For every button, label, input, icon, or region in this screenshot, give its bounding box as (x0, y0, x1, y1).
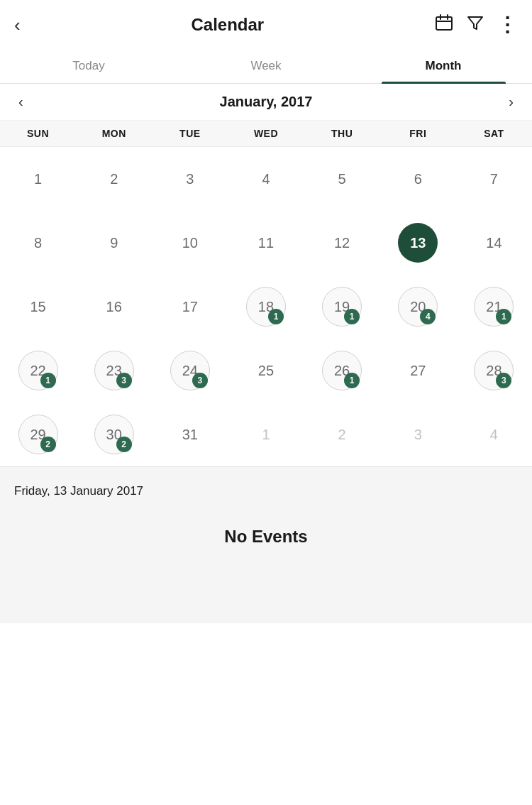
day-number: 6 (414, 171, 422, 187)
day-number: 4 (262, 171, 270, 187)
tab-today[interactable]: Today (0, 49, 177, 83)
day-circle[interactable]: 7 (474, 159, 514, 199)
day-circle[interactable]: 181 (246, 287, 286, 327)
calendar-cell[interactable]: 221 (0, 339, 76, 402)
day-circle[interactable]: 5 (322, 159, 362, 199)
day-circle[interactable]: 4 (474, 415, 514, 454)
calendar-cell[interactable]: 4 (228, 147, 304, 211)
calendar-cell[interactable]: 9 (76, 211, 152, 275)
calendar-cell[interactable]: 10 (152, 211, 228, 275)
day-number: 2 (110, 171, 118, 187)
day-number: 10 (182, 235, 198, 251)
day-circle[interactable]: 221 (18, 351, 58, 390)
next-month-button[interactable]: › (501, 91, 521, 113)
calendar-cell[interactable]: 1 (228, 402, 304, 466)
calendar-cell[interactable]: 191 (304, 275, 380, 339)
day-circle[interactable]: 27 (398, 351, 438, 390)
day-circle[interactable]: 292 (18, 415, 58, 454)
calendar-cell[interactable]: 15 (0, 275, 76, 339)
calendar-cell[interactable]: 3 (152, 147, 228, 211)
event-badge: 2 (40, 437, 56, 452)
back-button[interactable]: ‹ (14, 16, 21, 34)
day-circle[interactable]: 204 (398, 287, 438, 327)
calendar-cell[interactable]: 13 (380, 211, 456, 275)
day-number: 2 (338, 427, 346, 443)
view-tabs: Today Week Month (0, 49, 532, 84)
calendar-cell[interactable]: 3 (380, 402, 456, 466)
month-title: January, 2017 (31, 94, 502, 110)
day-circle[interactable]: 1 (246, 415, 286, 454)
day-circle[interactable]: 2 (94, 159, 134, 199)
day-header-wed: WED (228, 128, 304, 139)
day-circle[interactable]: 11 (246, 223, 286, 263)
day-circle[interactable]: 1 (18, 159, 58, 199)
day-header-fri: FRI (380, 128, 456, 139)
day-circle[interactable]: 15 (18, 287, 58, 327)
day-circle[interactable]: 211 (474, 287, 514, 327)
day-circle[interactable]: 16 (94, 287, 134, 327)
calendar-cell[interactable]: 204 (380, 275, 456, 339)
day-number: 17 (182, 299, 198, 315)
day-header-sat: SAT (456, 128, 532, 139)
calendar-cell[interactable]: 4 (456, 402, 532, 466)
day-circle[interactable]: 3 (398, 415, 438, 454)
tab-week[interactable]: Week (177, 49, 355, 83)
calendar-cell[interactable]: 283 (456, 339, 532, 402)
day-number: 31 (182, 427, 198, 443)
calendar-cell[interactable]: 6 (380, 147, 456, 211)
day-circle[interactable]: 14 (474, 223, 514, 263)
day-circle[interactable]: 9 (94, 223, 134, 263)
day-circle[interactable]: 2 (322, 415, 362, 454)
day-circle[interactable]: 8 (18, 223, 58, 263)
day-circle[interactable]: 31 (170, 415, 210, 454)
calendar-icon[interactable] (435, 13, 453, 36)
calendar-cell[interactable]: 233 (76, 339, 152, 402)
calendar-cell[interactable]: 7 (456, 147, 532, 211)
more-icon[interactable]: ⋮ (497, 13, 518, 36)
event-badge: 1 (344, 309, 360, 324)
day-circle[interactable]: 261 (322, 351, 362, 390)
calendar-grid: 1234567891011121314151617181191204211221… (0, 147, 532, 466)
day-circle[interactable]: 243 (170, 351, 210, 390)
calendar-cell[interactable]: 2 (76, 147, 152, 211)
day-circle[interactable]: 283 (474, 351, 514, 390)
calendar-cell[interactable]: 292 (0, 402, 76, 466)
day-circle[interactable]: 4 (246, 159, 286, 199)
calendar-cell[interactable]: 181 (228, 275, 304, 339)
calendar-cell[interactable]: 2 (304, 402, 380, 466)
day-circle[interactable]: 13 (398, 223, 438, 263)
svg-rect-0 (436, 17, 452, 30)
day-circle[interactable]: 3 (170, 159, 210, 199)
day-circle[interactable]: 191 (322, 287, 362, 327)
day-circle[interactable]: 302 (94, 415, 134, 454)
calendar-cell[interactable]: 243 (152, 339, 228, 402)
calendar-cell[interactable]: 12 (304, 211, 380, 275)
calendar-cell[interactable]: 17 (152, 275, 228, 339)
calendar-cell[interactable]: 27 (380, 339, 456, 402)
calendar-cell[interactable]: 1 (0, 147, 76, 211)
calendar-cell[interactable]: 211 (456, 275, 532, 339)
calendar-cell[interactable]: 31 (152, 402, 228, 466)
calendar-cell[interactable]: 11 (228, 211, 304, 275)
day-circle[interactable]: 233 (94, 351, 134, 390)
calendar-cell[interactable]: 5 (304, 147, 380, 211)
calendar-cell[interactable]: 8 (0, 211, 76, 275)
day-circle[interactable]: 6 (398, 159, 438, 199)
calendar-cell[interactable]: 261 (304, 339, 380, 402)
day-circle[interactable]: 12 (322, 223, 362, 263)
calendar-cell[interactable]: 16 (76, 275, 152, 339)
day-header-mon: MON (76, 128, 152, 139)
filter-icon[interactable] (466, 13, 484, 36)
event-badge: 1 (496, 309, 511, 324)
calendar-cell[interactable]: 302 (76, 402, 152, 466)
day-number: 25 (258, 363, 274, 379)
day-circle[interactable]: 17 (170, 287, 210, 327)
header-actions: ⋮ (435, 13, 518, 36)
event-badge: 3 (116, 373, 132, 388)
calendar-cell[interactable]: 25 (228, 339, 304, 402)
tab-month[interactable]: Month (355, 49, 532, 83)
day-circle[interactable]: 10 (170, 223, 210, 263)
calendar-cell[interactable]: 14 (456, 211, 532, 275)
day-circle[interactable]: 25 (246, 351, 286, 390)
prev-month-button[interactable]: ‹ (11, 91, 31, 113)
